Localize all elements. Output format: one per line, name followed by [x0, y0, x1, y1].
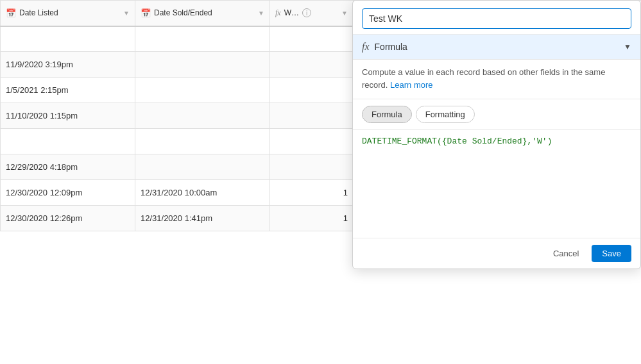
- info-icon-w: i: [302, 8, 311, 17]
- table-cell[interactable]: 1/5/2021 2:15pm: [1, 78, 135, 103]
- table-cell[interactable]: 12/30/2020 12:09pm: [1, 180, 135, 206]
- table-cell[interactable]: [135, 129, 270, 154]
- table-cell[interactable]: 11/10/2020 1:15pm: [1, 103, 135, 129]
- col-label-w: W…: [284, 8, 299, 17]
- table-cell[interactable]: 11/9/2020 3:19pm: [1, 52, 135, 78]
- tab-formatting[interactable]: Formatting: [416, 106, 475, 123]
- table-cell[interactable]: 12/29/2020 4:18pm: [1, 154, 135, 180]
- table-cell[interactable]: [135, 52, 270, 78]
- table-cell[interactable]: 12/31/2020 1:41pm: [135, 206, 270, 231]
- dropdown-caret-w: ▼: [341, 10, 348, 17]
- table-cell[interactable]: [270, 154, 354, 180]
- table-cell[interactable]: [1, 129, 135, 154]
- formula-option-label: Formula: [375, 42, 407, 52]
- formula-editor[interactable]: [353, 130, 640, 238]
- field-editor-popup: fx Formula ▼ Compute a value in each rec…: [352, 0, 641, 269]
- table-cell[interactable]: [135, 103, 270, 129]
- spreadsheet-container: 📅 Date Listed ▼ 📅 Date Sold/Ended ▼ fx: [0, 0, 641, 364]
- table-cell[interactable]: [135, 154, 270, 180]
- table-cell[interactable]: [135, 26, 270, 52]
- dropdown-caret-date-sold: ▼: [258, 10, 264, 17]
- table-cell[interactable]: 12/30/2020 12:26pm: [1, 206, 135, 231]
- table-cell[interactable]: [270, 52, 354, 78]
- formula-type-option[interactable]: fx Formula ▼: [353, 35, 640, 60]
- col-label-date-listed: Date Listed: [19, 8, 58, 17]
- calendar-icon-date-listed: 📅: [6, 8, 16, 18]
- col-header-date-sold[interactable]: 📅 Date Sold/Ended ▼: [135, 1, 270, 26]
- calendar-icon-date-sold: 📅: [141, 8, 151, 18]
- table-cell[interactable]: 1: [270, 206, 354, 231]
- table-cell[interactable]: [270, 103, 354, 129]
- table-cell[interactable]: [270, 26, 354, 52]
- learn-more-link[interactable]: Learn more: [390, 80, 432, 90]
- table-cell[interactable]: [270, 129, 354, 154]
- formula-description: Compute a value in each record based on …: [353, 60, 640, 99]
- save-button[interactable]: Save: [592, 245, 631, 262]
- tab-formula[interactable]: Formula: [362, 106, 412, 123]
- table-cell[interactable]: 1: [270, 180, 354, 206]
- field-name-section: [353, 1, 640, 35]
- fx-icon-formula-option: fx: [362, 41, 370, 53]
- popup-actions: Cancel Save: [353, 238, 640, 269]
- field-name-input[interactable]: [362, 8, 631, 29]
- table-cell[interactable]: 12/31/2020 10:00am: [135, 180, 270, 206]
- col-label-date-sold: Date Sold/Ended: [154, 8, 212, 17]
- cancel-button[interactable]: Cancel: [547, 245, 585, 262]
- formula-tabs: Formula Formatting: [353, 99, 640, 130]
- table-cell[interactable]: [135, 78, 270, 103]
- col-header-date-listed[interactable]: 📅 Date Listed ▼: [1, 1, 135, 26]
- dropdown-caret-date-listed: ▼: [123, 10, 130, 17]
- table-cell[interactable]: [1, 26, 135, 52]
- col-header-w[interactable]: fx W… i ▼: [270, 1, 354, 26]
- formula-option-caret: ▼: [624, 42, 631, 51]
- fx-icon-w: fx: [275, 8, 281, 18]
- table-cell[interactable]: [270, 78, 354, 103]
